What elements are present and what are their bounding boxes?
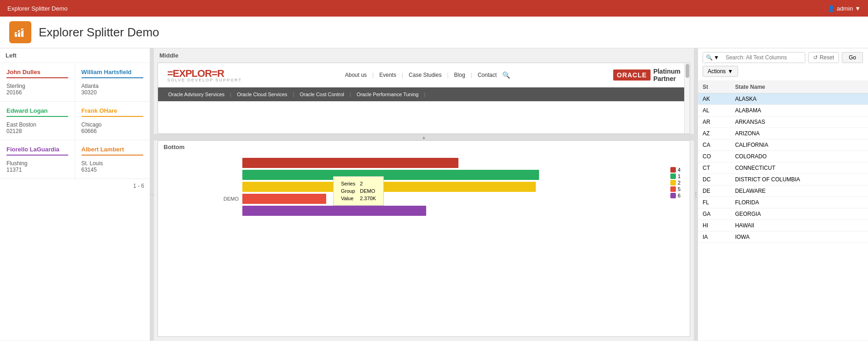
nav-blog[interactable]: Blog [454, 72, 465, 78]
reset-icon: ↺ [813, 54, 818, 61]
table-row[interactable]: CT CONNECTICUT [698, 162, 868, 174]
cell-state-name: CONNECTICUT [730, 162, 868, 174]
search-dropdown-button[interactable]: 🔍 ▼ [703, 52, 722, 63]
table-row[interactable]: GA GEORGIA [698, 208, 868, 220]
legend-item: 5 [670, 186, 680, 192]
table-row[interactable]: DE DELAWARE [698, 185, 868, 197]
cell-st: AL [698, 105, 730, 116]
nav-performance[interactable]: Oracle Performance Tuning [351, 87, 424, 101]
table-row[interactable]: FL FLORIDA [698, 197, 868, 208]
cell-st: HI [698, 220, 730, 231]
chart-bars: DEMO [190, 158, 685, 216]
website-frame: =EXPLOR=R SOLVE DEVELOP SUPPORT About us… [158, 63, 690, 134]
table-row[interactable]: HI HAWAII [698, 220, 868, 231]
cell-st: GA [698, 208, 730, 220]
search-dropdown-arrow: ▼ [714, 54, 719, 61]
middle-content: =EXPLOR=R SOLVE DEVELOP SUPPORT About us… [154, 63, 694, 341]
card-zip: 11371 [6, 167, 68, 173]
table-row[interactable]: AR ARKANSAS [698, 116, 868, 128]
cell-state-name: GEORGIA [730, 208, 868, 220]
right-splitter[interactable]: ⋮ [694, 48, 698, 341]
search-icon: 🔍 [706, 54, 713, 61]
card-item[interactable]: Fiorello LaGuardia Flushing 11371 [0, 140, 75, 179]
horizontal-splitter[interactable]: ▲ [154, 134, 694, 140]
left-pagination: 1 - 6 [0, 179, 150, 193]
user-dropdown-icon[interactable]: ▼ [855, 5, 861, 12]
table-row[interactable]: AL ALABAMA [698, 105, 868, 116]
col-state-name: State Name [730, 81, 868, 93]
card-city: Atlanta [82, 83, 144, 89]
middle-header: Middle [154, 48, 694, 63]
chart-bar-row[interactable] [216, 206, 685, 216]
right-panel: 🔍 ▼ ↺ Reset Go Actions ▼ St State Nam [698, 48, 868, 341]
table-row[interactable]: DC DISTRICT OF COLUMBIA [698, 174, 868, 185]
chart-area: DEMO Series2 GroupDEMO Value2.370K 4 [158, 153, 690, 220]
left-splitter[interactable]: ⋮ [150, 48, 154, 341]
nav-case-studies[interactable]: Case Studies [409, 72, 441, 78]
bar-fill [242, 158, 458, 168]
cell-st: DC [698, 174, 730, 185]
table-row[interactable]: AK ALASKA [698, 93, 868, 105]
table-row[interactable]: CA CALIFORNIA [698, 139, 868, 151]
card-name: Albert Lambert [82, 146, 144, 156]
cell-state-name: ALASKA [730, 93, 868, 105]
cell-st: AR [698, 116, 730, 128]
actions-button[interactable]: Actions ▼ [703, 66, 738, 77]
app-title: Explorer Splitter Demo [39, 25, 159, 40]
card-zip: 63145 [82, 167, 144, 173]
card-name: William Hartsfield [82, 69, 144, 78]
chart-bar-row[interactable]: DEMO [216, 194, 685, 204]
left-panel: Left John Dulles Sterling 20166 William … [0, 48, 150, 341]
chart-bar-row[interactable] [216, 170, 685, 180]
legend-dot [670, 193, 676, 198]
go-button[interactable]: Go [842, 52, 863, 63]
chart-icon [14, 26, 27, 39]
legend-label: 6 [678, 193, 680, 198]
table-row[interactable]: IA IOWA [698, 231, 868, 243]
cell-state-name: FLORIDA [730, 197, 868, 208]
card-item[interactable]: Albert Lambert St. Louis 63145 [75, 140, 150, 179]
nav-advisory[interactable]: Oracle Advisory Services [163, 87, 230, 101]
table-row[interactable]: AZ ARIZONA [698, 128, 868, 139]
oracle-branding: ORACLE PlatinumPartner [613, 68, 680, 82]
legend-dot [670, 186, 676, 192]
nav-cloud[interactable]: Oracle Cloud Services [231, 87, 293, 101]
cell-st: CA [698, 139, 730, 151]
legend-label: 2 [678, 180, 680, 185]
app-icon [9, 21, 31, 43]
cell-st: CT [698, 162, 730, 174]
legend-item: 1 [670, 173, 680, 179]
left-cards: John Dulles Sterling 20166 William Harts… [0, 63, 150, 179]
search-icon[interactable]: 🔍 [502, 71, 510, 79]
nav-contact[interactable]: Contact [478, 72, 497, 78]
legend-dot [670, 180, 676, 185]
legend-label: 5 [678, 186, 680, 192]
chart-bar-row[interactable] [216, 158, 685, 168]
main-layout: Left John Dulles Sterling 20166 William … [0, 48, 868, 341]
site-logo-area: =EXPLOR=R SOLVE DEVELOP SUPPORT [167, 68, 242, 82]
right-toolbar: 🔍 ▼ ↺ Reset Go Actions ▼ [698, 48, 868, 81]
user-name: admin [837, 5, 853, 12]
site-nav-top: =EXPLOR=R SOLVE DEVELOP SUPPORT About us… [158, 63, 690, 87]
card-item[interactable]: John Dulles Sterling 20166 [0, 63, 75, 102]
table-row[interactable]: CO COLORADO [698, 151, 868, 162]
card-item[interactable]: Frank OHare Chicago 60666 [75, 102, 150, 140]
card-item[interactable]: William Hartsfield Atlanta 30320 [75, 63, 150, 102]
card-city: Chicago [82, 121, 144, 128]
bar-fill [242, 170, 539, 180]
card-item[interactable]: Edward Logan East Boston 02128 [0, 102, 75, 140]
search-container: 🔍 ▼ [703, 52, 805, 63]
chart-bar-row[interactable] [216, 182, 685, 192]
reset-button[interactable]: ↺ Reset [808, 52, 839, 63]
card-zip: 30320 [82, 89, 144, 96]
card-city: Flushing [6, 160, 68, 167]
search-input[interactable] [722, 52, 805, 63]
card-name: Frank OHare [82, 107, 144, 117]
bar-fill [242, 206, 426, 216]
nav-cost[interactable]: Oracle Cost Control [294, 87, 350, 101]
nav-about[interactable]: About us [345, 72, 367, 78]
oracle-logo: ORACLE [613, 69, 651, 81]
nav-events[interactable]: Events [379, 72, 396, 78]
bar-fill [242, 194, 326, 204]
scrollbar-right[interactable] [684, 63, 690, 133]
